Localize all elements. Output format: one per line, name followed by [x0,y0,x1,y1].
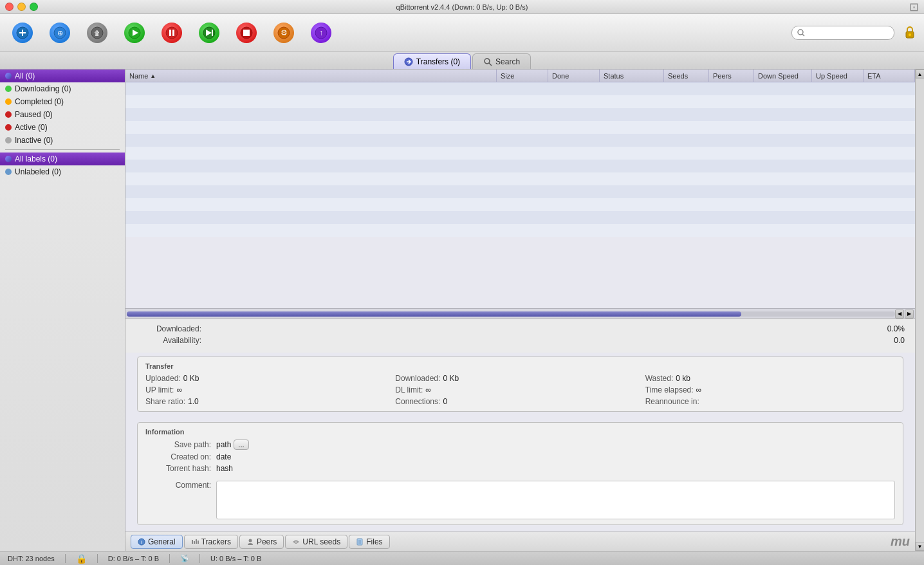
table-row [125,211,915,224]
col-header-seeds[interactable]: Seeds [664,69,709,82]
connections-value: 0 [443,397,447,406]
svg-rect-32 [196,539,197,544]
col-header-downspeed[interactable]: Down Speed [754,69,812,82]
sidebar-item-active-label: Active (0) [15,123,48,132]
tab-transfers[interactable]: Transfers (0) [393,53,471,69]
mutor-logo: mu [891,534,910,549]
comment-label: Comment: [145,478,216,490]
horizontal-scrollbar[interactable]: ◀ ▶ [125,308,915,319]
start-button[interactable] [117,18,152,48]
start-icon [124,23,145,43]
dllimit-value: ∞ [425,385,431,394]
sidebar-item-active[interactable]: Active (0) [0,121,125,134]
details-panel: Downloaded: 0.0% Availability: 0.0 [125,319,915,353]
close-button[interactable] [5,3,14,11]
availability-label: Availability: [136,336,207,345]
search-input[interactable] [805,29,882,37]
hscroll-left-arrow[interactable]: ◀ [895,310,904,319]
col-header-status[interactable]: Status [600,69,664,82]
reannounce-cell: Reannounce in: [645,397,895,406]
save-path-value: path [216,440,231,449]
col-header-size[interactable]: Size [497,69,548,82]
urlseeds-tab-icon [292,538,300,546]
search-box [791,26,894,40]
table-row [125,95,915,108]
col-header-upspeed[interactable]: Up Speed [812,69,864,82]
status-sep-1 [65,554,66,563]
sidebar-item-unlabeled[interactable]: Unlabeled (0) [0,165,125,178]
add-torrent-icon [12,23,33,43]
comment-row: Comment: [145,478,895,519]
comment-textarea[interactable] [216,481,895,519]
content-area: Name ▲ Size Done Status Seeds [125,69,915,551]
created-on-row: Created on: date [145,452,895,461]
table-row [125,224,915,237]
all-labels-icon [5,156,12,162]
stop-icon [236,23,257,43]
tab-urlseeds[interactable]: URL seeds [285,535,347,549]
sidebar-item-all[interactable]: All (0) [0,69,125,82]
info-section-container: Information Save path: path ... Created … [125,418,915,532]
save-path-row: Save path: path ... [145,440,895,450]
col-header-peers[interactable]: Peers [709,69,754,82]
col-header-name[interactable]: Name ▲ [125,69,497,82]
tab-files[interactable]: Files [349,535,389,549]
vscroll-up-arrow[interactable]: ▲ [916,69,925,79]
dllimit-label: DL limit: [395,385,423,394]
svg-point-34 [248,539,252,542]
options-button[interactable]: ⚙ [266,18,301,48]
pause-icon [162,23,182,43]
search-tab-icon [483,57,492,66]
add-magnet-button[interactable]: ⊕ [42,18,77,48]
uplimit-cell: UP limit: ∞ [145,385,395,394]
svg-rect-33 [198,541,199,544]
table-row [125,121,915,134]
sidebar-item-inactive[interactable]: Inactive (0) [0,134,125,147]
svg-point-26 [485,59,490,64]
delete-torrent-button[interactable]: 🗑 [80,18,115,48]
about-button[interactable]: ↑ [304,18,338,48]
browse-button[interactable]: ... [234,440,248,450]
resume-button[interactable] [192,18,226,48]
files-tab-icon [356,538,364,546]
transfer-title: Transfer [145,362,895,370]
upload-status: U: 0 B/s – T: 0 B [210,555,261,562]
tab-peers[interactable]: Peers [239,535,284,549]
download-status: D: 0 B/s – T: 0 B [108,555,159,562]
hscroll-thumb[interactable] [127,311,741,317]
tab-search[interactable]: Search [472,53,531,69]
svg-rect-2 [19,32,26,33]
table-row [125,198,915,211]
table-row [125,172,915,185]
stop-button[interactable] [229,18,264,48]
resume-icon [199,23,219,43]
svg-point-9 [166,27,178,39]
maximize-button[interactable] [30,3,38,11]
save-path-label: Save path: [145,440,216,449]
col-header-eta[interactable]: ETA [864,69,915,82]
peers-tab-icon [246,538,254,546]
svg-text:i: i [141,539,142,545]
add-magnet-icon: ⊕ [50,23,70,43]
uplimit-label: UP limit: [145,385,174,394]
sidebar-item-completed[interactable]: Completed (0) [0,95,125,108]
add-torrent-button[interactable] [5,18,40,48]
sidebar-item-downloading[interactable]: Downloading (0) [0,82,125,95]
sidebar-item-downloading-label: Downloading (0) [15,84,71,93]
hscroll-track [127,311,895,317]
status-sep-4 [199,554,200,563]
col-header-done[interactable]: Done [548,69,600,82]
vscroll-down-arrow[interactable]: ▼ [916,542,925,551]
completed-icon [5,98,12,105]
trackers-tab-label: Trackers [201,537,231,546]
bottom-tabs: i General Trackers [125,532,915,551]
tab-trackers[interactable]: Trackers [184,535,238,549]
torrent-hash-row: Torrent hash: hash [145,464,895,473]
minimize-button[interactable] [17,3,26,11]
sidebar-item-paused[interactable]: Paused (0) [0,108,125,121]
about-icon: ↑ [311,23,331,43]
pause-button[interactable] [154,18,189,48]
hscroll-right-arrow[interactable]: ▶ [905,310,914,319]
sidebar-item-all-labels[interactable]: All labels (0) [0,153,125,165]
tab-general[interactable]: i General [131,535,183,549]
